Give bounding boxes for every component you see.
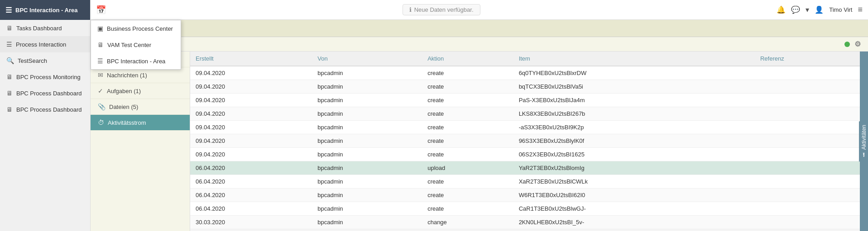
cell-aktion: create (422, 175, 513, 189)
calendar-icon[interactable]: 📅 (96, 5, 106, 15)
cell-von: bpcadmin (312, 189, 422, 202)
cell-aktion: create (422, 107, 513, 121)
cell-von: bpcadmin (312, 107, 422, 121)
table-row[interactable]: 06.04.2020bpcadminuploadYaR2T3EB0xU2tsBl… (190, 161, 860, 175)
clock-icon: ⏱ (98, 119, 104, 126)
panel-item-dateien[interactable]: 📎 Dateien (5) (91, 99, 190, 115)
table-row[interactable]: 09.04.2020bpcadmincreateLKS8X3EB0xU2tsBI… (190, 107, 860, 121)
sidebar-item-process-interaction[interactable]: ☰ Process Interaction (0, 36, 90, 52)
status-indicator (844, 42, 850, 47)
cell-item: W6R1T3EB0xU2tsBI62I0 (513, 189, 755, 202)
chat-icon[interactable]: 💬 (791, 5, 800, 14)
sidebar-label: Process Interaction (16, 41, 66, 48)
table-row[interactable]: 06.04.2020bpcadmincreateXaR2T3EB0xU2tsBl… (190, 175, 860, 189)
sidebar-item-bpc-monitoring[interactable]: 🖥 BPC Process Monitoring (0, 69, 90, 85)
aktivitaeten-tab[interactable]: ℹ Aktivitäten (859, 121, 868, 161)
col-von[interactable]: Von (312, 52, 422, 66)
cell-von: bpcadmin (312, 216, 422, 229)
sidebar-item-bpc-dashboard-2[interactable]: 🖥 BPC Process Dashboard (0, 101, 90, 118)
cell-item: YaR2T3EB0xU2tsBlomIg (513, 161, 755, 175)
info-icon: ℹ (409, 6, 412, 13)
table-row[interactable]: 09.04.2020bpcadmincreate-aS3X3EB0xU2tsBI… (190, 121, 860, 134)
table-row[interactable]: 09.04.2020bpcadmincreatePaS-X3EB0xU2tsBl… (190, 94, 860, 107)
sidebar-item-test-search[interactable]: 🔍 TestSearch (0, 52, 90, 69)
monitor-icon: 🖥 (6, 73, 13, 80)
table-row[interactable]: 06.04.2020bpcadmincreateW6R1T3EB0xU2tsBI… (190, 189, 860, 202)
dropdown-item-vam-test[interactable]: 🖥 VAM Test Center (91, 37, 181, 53)
table-header-row: Erstellt Von Aktion Item Referenz (190, 52, 860, 66)
topbar-left: 📅 (96, 5, 106, 15)
cell-von: bpcadmin (312, 66, 422, 80)
dropdown-menu: ▣ Business Process Center 🖥 VAM Test Cen… (91, 20, 181, 70)
table-row[interactable]: 09.04.2020bpcadmincreate6q0TYHEB0xU2tsBl… (190, 66, 860, 80)
cell-item: bqTCX3EB0xU2tsBlVa5i (513, 80, 755, 94)
cell-referenz (755, 189, 860, 202)
panel-label: Nachrichten (1) (107, 72, 147, 79)
settings-icon[interactable]: ⚙ (854, 40, 861, 48)
cell-erstellt: 09.04.2020 (190, 134, 312, 148)
check-icon: ✓ (98, 87, 103, 94)
dropdown-label: BPC Interaction - Area (107, 58, 165, 65)
bell-icon[interactable]: 🔔 (777, 5, 786, 14)
dropdown-item-bpc-interaction[interactable]: ☰ BPC Interaction - Area (91, 53, 181, 69)
cell-item: PaS-X3EB0xU2tsBlJa4m (513, 94, 755, 107)
cell-item: CaR1T3EB0xU2tsBlwGJ- (513, 202, 755, 216)
col-referenz[interactable]: Referenz (755, 52, 860, 66)
cell-von: bpcadmin (312, 134, 422, 148)
table-row[interactable]: 09.04.2020bpcadmincreate06S2X3EB0xU2tsBI… (190, 148, 860, 161)
cell-item: -aS3X3EB0xU2tsBI9K2p (513, 121, 755, 134)
cell-aktion: create (422, 80, 513, 94)
main-content: 📅 ℹ Neue Daten verfügbar. 🔔 💬 ▾ 👤 Timo V… (91, 0, 868, 231)
panel-item-nachrichten[interactable]: ✉ Nachrichten (1) (91, 67, 190, 83)
col-aktion[interactable]: Aktion (422, 52, 513, 66)
monitor-icon: 🖥 (6, 24, 13, 32)
table-row[interactable]: 30.03.2020bpcadminchange2KN0LHEB0xU2tsBI… (190, 216, 860, 229)
dropdown-item-business-process[interactable]: ▣ Business Process Center (91, 20, 181, 37)
cell-erstellt: 09.04.2020 (190, 121, 312, 134)
hamburger-icon[interactable]: ≡ (858, 5, 863, 14)
cell-referenz (755, 148, 860, 161)
panel-item-aktivitaetsstrom[interactable]: ⏱ Aktivitätsstrom (91, 115, 190, 131)
monitor-icon: 🖥 (97, 41, 104, 48)
sidebar-header[interactable]: ☰ BPC Interaction - Area (0, 0, 90, 20)
list-icon: ☰ (97, 57, 103, 65)
breadcrumb-bar: › BPC Process Dashboard (91, 20, 868, 37)
dropdown-arrow-icon[interactable]: ▾ (806, 5, 809, 14)
panel-label: Dateien (5) (109, 104, 138, 110)
col-erstellt[interactable]: Erstellt (190, 52, 312, 66)
user-icon[interactable]: 👤 (815, 5, 824, 14)
search-icon: 🔍 (6, 57, 14, 64)
cell-erstellt: 06.04.2020 (190, 202, 312, 216)
panel-item-aufgaben[interactable]: ✓ Aufgaben (1) (91, 83, 190, 99)
cell-referenz (755, 94, 860, 107)
sidebar-label: BPC Process Dashboard (16, 90, 82, 97)
cell-referenz (755, 107, 860, 121)
cell-referenz (755, 175, 860, 189)
cell-referenz (755, 216, 860, 229)
topbar-right: 🔔 💬 ▾ 👤 Timo Virt ≡ (777, 5, 863, 14)
table-row[interactable]: 06.04.2020bpcadmincreateCaR1T3EB0xU2tsBl… (190, 202, 860, 216)
cell-item: 06S2X3EB0xU2tsBI1625 (513, 148, 755, 161)
sidebar-item-bpc-dashboard-1[interactable]: 🖥 BPC Process Dashboard (0, 85, 90, 101)
table-row[interactable]: 09.04.2020bpcadmincreate96S3X3EB0xU2tsBl… (190, 134, 860, 148)
cell-aktion: create (422, 134, 513, 148)
module-header: Modulname ⚙ (91, 37, 868, 52)
cell-aktion: create (422, 121, 513, 134)
cell-referenz (755, 80, 860, 94)
cell-erstellt: 06.04.2020 (190, 189, 312, 202)
cell-item: 2KN0LHEB0xU2tsBI_5v- (513, 216, 755, 229)
top-bar: 📅 ℹ Neue Daten verfügbar. 🔔 💬 ▾ 👤 Timo V… (91, 0, 868, 20)
col-item[interactable]: Item (513, 52, 755, 66)
cell-von: bpcadmin (312, 175, 422, 189)
cell-erstellt: 09.04.2020 (190, 66, 312, 80)
cell-aktion: create (422, 66, 513, 80)
cell-aktion: create (422, 148, 513, 161)
table-row[interactable]: 09.04.2020bpcadmincreatebqTCX3EB0xU2tsBl… (190, 80, 860, 94)
module-header-right: ⚙ (844, 40, 861, 48)
sidebar-item-tasks-dashboard[interactable]: 🖥 Tasks Dashboard (0, 20, 90, 36)
cell-erstellt: 09.04.2020 (190, 148, 312, 161)
cell-referenz (755, 66, 860, 80)
sidebar-label: BPC Process Dashboard (16, 106, 82, 113)
cell-item: 6q0TYHEB0xU2tsBlxrDW (513, 66, 755, 80)
table-container[interactable]: Erstellt Von Aktion Item Referenz 09.04.… (190, 52, 860, 231)
